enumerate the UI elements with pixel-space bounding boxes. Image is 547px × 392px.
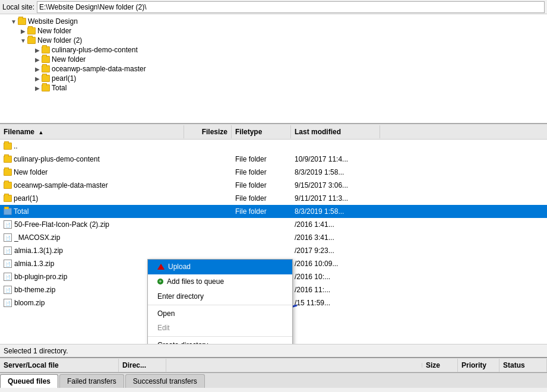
tree-expander[interactable]: ▶ [33,66,42,72]
file-type [232,145,291,147]
file-lastmod: /2016 11:... [291,284,380,295]
file-type [232,249,291,252]
folder-icon [27,37,36,44]
tree-item-oceanwp[interactable]: ▶ oceanwp-sample-data-master [0,64,547,74]
file-row-culinary[interactable]: culinary-plus-demo-content File folder 1… [0,153,547,166]
tree-expander[interactable]: ▼ [19,37,27,44]
tree-label: pearl(1) [52,74,76,83]
file-row-zip2[interactable]: 📄 _MACOSX.zip /2016 3:41... [0,231,547,244]
tab-successful-transfers[interactable]: Successful transfers [125,374,205,388]
file-size [184,158,232,160]
tree-label: New folder [37,27,71,35]
transfer-header: Server/Local file Direc... Size Priority… [0,357,547,372]
file-row-oceanwp[interactable]: oceanwp-sample-data-master File folder 9… [0,179,547,192]
file-type: File folder [232,206,291,217]
tree-item-website-design[interactable]: ▼ Website Design [0,17,547,26]
file-name: culinary-plus-demo-content [14,155,100,163]
file-name: .. [14,142,18,150]
file-type [232,223,291,226]
file-size [184,249,232,252]
file-type: File folder [232,167,291,178]
zip-icon: 📄 [4,246,12,255]
folder-icon [42,56,50,63]
tree-item-new-folder-sub[interactable]: ▶ New folder [0,55,547,64]
tree-label: Total [52,84,67,92]
folder-icon [4,169,12,176]
ctx-menu-add-queue[interactable]: + Add files to queue [148,274,292,289]
tree-label: oceanwp-sample-data-master [52,65,146,73]
file-name: almia.1.3(1).zip [14,246,63,255]
file-lastmod: /2016 1:41... [291,219,380,230]
file-size [184,184,232,186]
tree-expander[interactable]: ▶ [33,56,42,63]
folder-icon [27,27,36,34]
file-lastmod: 10/9/2017 11:4... [291,154,380,165]
ctx-menu-open[interactable]: Open [148,306,292,321]
file-lastmod: /2016 3:41... [291,232,380,243]
add-queue-icon: + [157,279,163,284]
col-header-filetype[interactable]: Filetype [232,125,291,138]
tab-failed-transfers[interactable]: Failed transfers [59,374,124,388]
transfer-col-remotefile [166,363,422,368]
tree-expander[interactable]: ▶ [33,85,42,91]
file-list-header: Filename ▲ Filesize Filetype Last modifi… [0,124,547,140]
tree-item-culinary[interactable]: ▶ culinary-plus-demo-content [0,45,547,55]
file-size [184,223,232,226]
folder-icon [4,182,12,189]
ctx-menu-upload[interactable]: Upload [148,260,292,274]
status-bar: Selected 1 directory. [0,344,547,357]
ctx-menu-enter-dir[interactable]: Enter directory [148,289,292,304]
tabs-bar: Queued files Failed transfers Successful… [0,372,547,388]
tree-item-new-folder-2[interactable]: ▼ New folder (2) [0,36,547,45]
zip-icon: 📄 [4,286,12,294]
file-row-newfolder[interactable]: New folder File folder 8/3/2019 1:58... [0,166,547,179]
file-type [232,236,291,239]
transfer-col-file: Server/Local file [0,359,119,372]
tree-expander[interactable]: ▶ [33,75,42,82]
col-header-filename[interactable]: Filename ▲ [0,125,184,138]
transfer-col-dir: Direc... [119,359,166,372]
file-type: File folder [232,154,291,165]
tree-panel: ▼ Website Design ▶ New folder ▼ New fold… [0,14,547,124]
tree-expander[interactable]: ▶ [19,28,27,34]
file-name: bb-theme.zip [14,286,55,294]
tab-queued-files[interactable]: Queued files [0,374,58,388]
file-name: bloom.zip [14,299,45,307]
file-row-pearl[interactable]: pearl(1) File folder 9/11/2017 11:3... [0,192,547,205]
zip-icon: 📄 [4,220,12,229]
file-row-total[interactable]: Total File folder 8/3/2019 1:58... [0,205,547,218]
ctx-separator-2 [148,336,292,337]
file-size [184,145,232,147]
tree-label: New folder [52,55,86,64]
file-name: oceanwp-sample-data-master [14,181,108,189]
file-row-dotdot[interactable]: .. [0,140,547,153]
folder-icon [42,65,50,72]
col-header-filesize[interactable]: Filesize [184,125,232,138]
tree-item-total[interactable]: ▶ Total [0,83,547,93]
tree-item-pearl[interactable]: ▶ pearl(1) [0,74,547,83]
file-name: bb-plugin-pro.zip [14,273,67,281]
zip-icon: 📄 [4,273,12,281]
file-size [184,171,232,173]
file-type: File folder [232,193,291,204]
ctx-menu-create-dir[interactable]: Create directory [148,338,292,344]
tree-item-new-folder[interactable]: ▶ New folder [0,26,547,36]
file-row-zip3[interactable]: 📄 almia.1.3(1).zip /2017 9:23... [0,244,547,257]
folder-icon [18,18,26,25]
folder-icon [42,46,50,53]
file-row-zip1[interactable]: 📄 50-Free-Flat-Icon-Pack (2).zip /2016 1… [0,218,547,231]
tree-expander[interactable]: ▼ [10,18,18,25]
file-lastmod: 8/3/2019 1:58... [291,167,380,178]
folder-icon [42,75,50,82]
file-lastmod: 8/3/2019 1:58... [291,206,380,217]
col-header-lastmod[interactable]: Last modified [291,125,380,138]
file-size [184,236,232,239]
tree-expander[interactable]: ▶ [33,47,42,53]
file-lastmod: /2017 9:23... [291,245,380,256]
zip-icon: 📄 [4,260,12,268]
local-site-path-input[interactable] [37,1,545,13]
file-lastmod: /2016 10:09... [291,258,380,269]
folder-icon [42,84,50,91]
file-lastmod: /15 11:59... [291,298,380,308]
file-lastmod: 9/15/2017 3:06... [291,180,380,191]
